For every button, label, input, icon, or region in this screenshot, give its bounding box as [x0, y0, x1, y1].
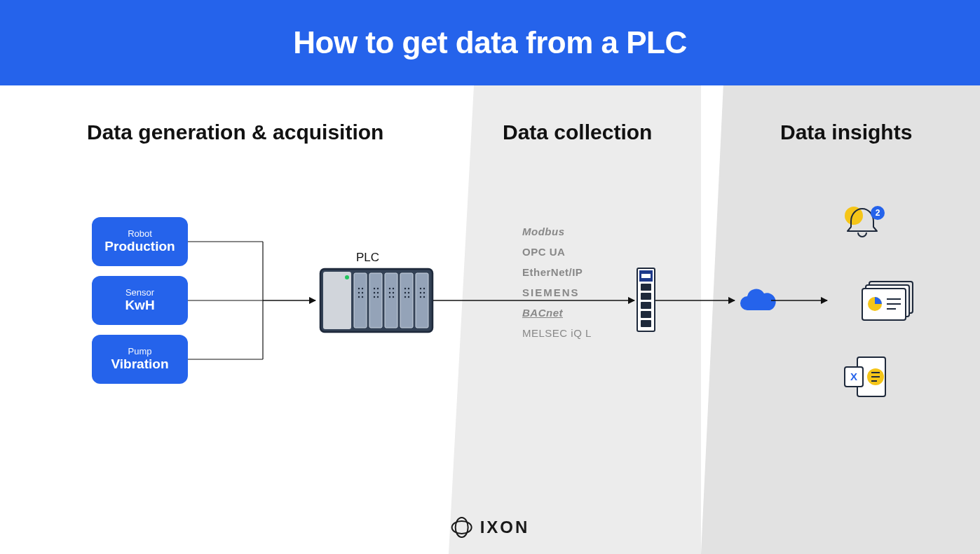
- protocol-list: Modbus OPC UA EtherNet/IP SIEMENS BACnet…: [522, 226, 592, 339]
- source-pump: Pump Vibration: [92, 335, 188, 384]
- source-sensor: Sensor KwH: [92, 276, 188, 325]
- title-banner: How to get data from a PLC: [0, 0, 980, 85]
- section-heading-2: Data collection: [503, 120, 652, 144]
- plc-label: PLC: [356, 251, 379, 265]
- protocol-item: Modbus: [522, 226, 592, 237]
- section-heading-1: Data generation & acquisition: [87, 120, 383, 144]
- diagram-canvas: Data generation & acquisition Data colle…: [0, 85, 980, 554]
- protocol-item: EtherNet/IP: [522, 266, 592, 278]
- protocol-item: OPC UA: [522, 246, 592, 258]
- protocol-item: BACnet: [522, 307, 592, 319]
- brand-logo: IXON: [451, 516, 530, 539]
- protocol-item: MELSEC iQ L: [522, 327, 592, 339]
- protocol-item: SIEMENS: [522, 286, 592, 298]
- brand-name: IXON: [480, 518, 530, 537]
- brand-logo-icon: [451, 516, 473, 539]
- source-robot: Robot Production: [92, 217, 188, 266]
- page-title: How to get data from a PLC: [293, 25, 686, 60]
- section-heading-3: Data insights: [780, 120, 912, 144]
